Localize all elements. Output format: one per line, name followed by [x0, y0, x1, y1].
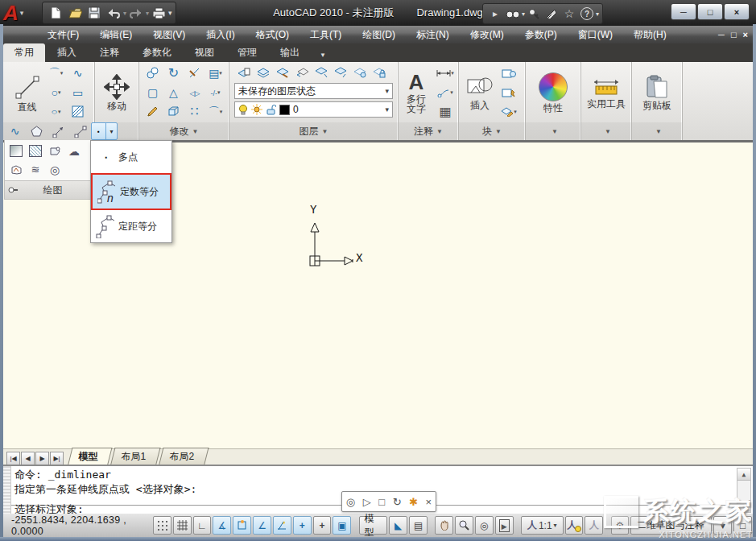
table-button[interactable]	[433, 102, 457, 122]
circle-button[interactable]	[44, 83, 68, 102]
hatch-button[interactable]	[68, 102, 88, 122]
tab-layout1[interactable]: 布局1	[110, 448, 160, 465]
menu-modify[interactable]: 修改(M)	[460, 26, 514, 43]
redo-dropdown-icon[interactable]	[146, 10, 149, 17]
grid-toggle[interactable]	[173, 516, 192, 535]
wipeout-button[interactable]	[6, 160, 26, 179]
ribbon-minimize-icon[interactable]	[320, 50, 326, 62]
subscription-center-button[interactable]	[525, 6, 543, 22]
tab-manage[interactable]: 管理	[226, 43, 268, 62]
mirror-button[interactable]	[184, 83, 205, 102]
properties-panel-footer[interactable]	[526, 122, 580, 140]
steering-wheel-button[interactable]	[475, 516, 494, 535]
tab-layout2[interactable]: 布局2	[159, 448, 209, 465]
first-layout-button[interactable]	[6, 452, 20, 465]
menu-item-divide[interactable]: n 定数等分	[91, 173, 171, 210]
insert-message-button[interactable]	[409, 496, 418, 508]
fillet-button[interactable]	[205, 102, 226, 122]
pin-icon[interactable]	[8, 185, 19, 195]
infocenter-expand-icon[interactable]	[486, 6, 504, 22]
redo-button[interactable]	[126, 4, 146, 22]
layer-lock-button[interactable]	[370, 64, 389, 81]
menu-dimension[interactable]: 标注(N)	[406, 26, 460, 43]
menu-window[interactable]: 窗口(W)	[568, 26, 623, 43]
annotation-scale-button[interactable]: 1:1	[521, 516, 564, 535]
move-button[interactable]: 移动	[101, 72, 133, 113]
explode-button[interactable]	[163, 102, 184, 122]
trim-button[interactable]	[184, 64, 205, 83]
open-file-button[interactable]	[65, 4, 85, 22]
menu-parametric[interactable]: 参数(P)	[514, 26, 568, 43]
ellipse-button[interactable]	[44, 102, 68, 122]
block-panel-footer[interactable]: 块	[459, 122, 525, 140]
divide-tool-button[interactable]	[69, 123, 91, 139]
edit-attributes-button[interactable]	[497, 83, 521, 102]
menu-draw[interactable]: 绘图(D)	[352, 26, 406, 43]
doc-restore-button[interactable]	[731, 30, 737, 39]
scale-button[interactable]	[163, 83, 184, 102]
quick-view-drawings-button[interactable]	[409, 516, 428, 535]
layers-panel-footer[interactable]: 图层	[229, 122, 398, 140]
menu-format[interactable]: 格式(O)	[246, 26, 300, 43]
polyline-button[interactable]	[68, 64, 88, 83]
define-attributes-button[interactable]	[497, 102, 521, 122]
ducs-toggle[interactable]	[273, 516, 291, 535]
utilities-button[interactable]: 实用工具	[584, 75, 629, 110]
revision-cloud-button[interactable]	[64, 142, 84, 160]
help-button[interactable]: ?	[578, 6, 596, 22]
tab-annotate[interactable]: 注释	[89, 43, 130, 62]
quick-view-layouts-button[interactable]	[389, 516, 407, 535]
array-stack-button[interactable]	[205, 64, 226, 83]
play-button[interactable]	[363, 496, 371, 508]
menu-tools[interactable]: 工具(T)	[300, 26, 352, 43]
lwt-toggle[interactable]	[313, 516, 332, 535]
polygon-button[interactable]	[26, 123, 48, 139]
undo-button[interactable]	[104, 4, 123, 22]
dyn-toggle[interactable]	[293, 516, 312, 535]
gradient-button[interactable]	[6, 142, 26, 160]
save-button[interactable]	[85, 4, 104, 22]
command-grip[interactable]	[3, 466, 11, 515]
spline-button[interactable]	[4, 123, 26, 139]
status-overflow-button[interactable]	[713, 516, 732, 535]
layer-isolate-button[interactable]	[312, 64, 331, 81]
scroll-down-icon[interactable]	[737, 500, 750, 512]
utilities-panel-footer[interactable]	[581, 122, 631, 140]
point-dropdown-icon[interactable]	[105, 123, 117, 139]
last-layout-button[interactable]	[50, 452, 64, 465]
doc-close-button[interactable]	[743, 30, 748, 39]
minimize-button[interactable]	[671, 3, 696, 20]
layer-state-dropdown[interactable]: 未保存的图层状态	[234, 83, 393, 99]
break-button[interactable]	[205, 83, 226, 102]
annotation-panel-footer[interactable]: 注释	[399, 122, 458, 140]
osnap-toggle[interactable]	[233, 516, 251, 535]
command-scrollbar[interactable]	[737, 468, 751, 513]
stop-button[interactable]	[378, 496, 385, 508]
leader-button[interactable]	[433, 83, 457, 102]
doc-minimize-button[interactable]	[718, 30, 725, 39]
tab-view[interactable]: 视图	[184, 43, 225, 62]
maximize-button[interactable]	[697, 3, 723, 20]
communication-center-button[interactable]	[543, 6, 560, 22]
loop-button[interactable]	[393, 496, 402, 508]
annotation-visibility-button[interactable]	[565, 516, 584, 535]
otrack-toggle[interactable]	[253, 516, 271, 535]
properties-button[interactable]: 特性	[535, 71, 571, 114]
scroll-up-icon[interactable]	[737, 469, 750, 481]
clean-screen-button[interactable]	[733, 516, 752, 535]
array-button[interactable]	[184, 102, 205, 122]
boundary-button[interactable]	[26, 142, 45, 160]
rectangle-button[interactable]	[68, 83, 88, 102]
qp-toggle[interactable]	[333, 516, 351, 535]
menu-view[interactable]: 视图(V)	[143, 26, 196, 43]
layer-match-button[interactable]	[273, 64, 292, 81]
layer-freeze-button[interactable]	[350, 64, 370, 81]
qat-dropdown-icon[interactable]	[168, 9, 172, 17]
menu-file[interactable]: 文件(F)	[37, 26, 89, 43]
model-space-button[interactable]: 模型	[359, 516, 388, 535]
help-dropdown-icon[interactable]	[596, 10, 599, 18]
copy-button[interactable]	[143, 64, 163, 83]
record-button[interactable]	[346, 496, 355, 508]
tab-model[interactable]: 模型	[68, 448, 112, 465]
close-button[interactable]	[724, 3, 750, 20]
